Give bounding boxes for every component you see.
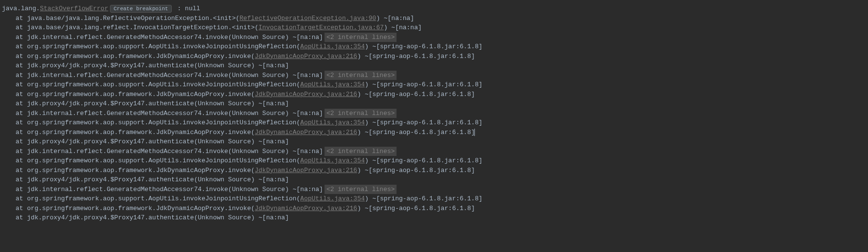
source-link[interactable]: JdkDynamicAopProxy.java:216: [254, 53, 357, 60]
stack-frame-line: at org.springframework.aop.support.AopUt…: [2, 80, 866, 90]
at-keyword: at: [16, 62, 27, 69]
exception-package-prefix: java.lang.: [2, 5, 40, 12]
stack-frame-line: at jdk.proxy4/jdk.proxy4.$Proxy147.authe…: [2, 175, 866, 185]
source-link[interactable]: InvocationTargetException.java:67: [258, 24, 383, 31]
frame-prefix: org.springframework.aop.framework.JdkDyn…: [27, 205, 254, 212]
frame-suffix: ) ~[spring-aop-6.1.8.jar:6.1.8]: [365, 157, 483, 164]
at-keyword: at: [16, 15, 27, 22]
internal-lines-badge[interactable]: <2 internal lines>: [325, 109, 397, 118]
stack-frame-line: at jdk.proxy4/jdk.proxy4.$Proxy147.authe…: [2, 99, 866, 109]
stack-frame-line: at jdk.proxy4/jdk.proxy4.$Proxy147.authe…: [2, 137, 866, 147]
at-keyword: at: [16, 129, 27, 136]
source-link[interactable]: AopUtils.java:354: [300, 195, 365, 202]
frame-suffix: ) ~[spring-aop-6.1.8.jar:6.1.8]: [365, 195, 483, 202]
at-keyword: at: [16, 53, 27, 60]
frame-prefix: org.springframework.aop.framework.JdkDyn…: [27, 53, 254, 60]
stack-frame-line: at org.springframework.aop.framework.Jdk…: [2, 204, 866, 213]
at-keyword: at: [16, 157, 27, 164]
at-keyword: at: [16, 100, 27, 107]
frame-suffix: ) ~[spring-aop-6.1.8.jar:6.1.8]: [357, 129, 475, 136]
at-keyword: at: [16, 72, 27, 79]
stack-frame-line: at jdk.proxy4/jdk.proxy4.$Proxy147.authe…: [2, 213, 866, 223]
stack-frame-line: at org.springframework.aop.support.AopUt…: [2, 194, 866, 204]
frame-prefix: org.springframework.aop.support.AopUtils…: [27, 81, 300, 88]
frame-prefix: org.springframework.aop.framework.JdkDyn…: [27, 167, 254, 174]
at-keyword: at: [16, 119, 27, 126]
stack-frame-line: at jdk.internal.reflect.GeneratedMethodA…: [2, 147, 866, 156]
frame-prefix: org.springframework.aop.support.AopUtils…: [27, 157, 300, 164]
frame-prefix: jdk.proxy4/jdk.proxy4.$Proxy147.authenti…: [27, 100, 289, 107]
source-link[interactable]: JdkDynamicAopProxy.java:216: [254, 205, 357, 212]
frame-suffix: ) ~[spring-aop-6.1.8.jar:6.1.8]: [357, 167, 475, 174]
at-keyword: at: [16, 91, 27, 98]
at-keyword: at: [16, 167, 27, 174]
stack-frame-line: at org.springframework.aop.framework.Jdk…: [2, 166, 866, 175]
stack-frame-line: at jdk.internal.reflect.GeneratedMethodA…: [2, 33, 866, 42]
frame-prefix: org.springframework.aop.framework.JdkDyn…: [27, 129, 254, 136]
source-link[interactable]: JdkDynamicAopProxy.java:216: [254, 167, 357, 174]
source-link[interactable]: AopUtils.java:354: [300, 157, 365, 164]
at-keyword: at: [16, 24, 27, 31]
stack-frame-line: at jdk.internal.reflect.GeneratedMethodA…: [2, 109, 866, 118]
frame-prefix: java.base/java.lang.ReflectiveOperationE…: [27, 15, 239, 22]
frame-suffix: ) ~[spring-aop-6.1.8.jar:6.1.8]: [365, 43, 483, 50]
frame-prefix: jdk.proxy4/jdk.proxy4.$Proxy147.authenti…: [27, 176, 289, 183]
stack-frame-line: at org.springframework.aop.support.AopUt…: [2, 156, 866, 166]
frame-prefix: jdk.internal.reflect.GeneratedMethodAcce…: [27, 110, 323, 117]
at-keyword: at: [16, 81, 27, 88]
at-keyword: at: [16, 110, 27, 117]
internal-lines-badge[interactable]: <2 internal lines>: [325, 71, 397, 80]
frame-suffix: ) ~[spring-aop-6.1.8.jar:6.1.8]: [365, 81, 483, 88]
frame-prefix: jdk.internal.reflect.GeneratedMethodAcce…: [27, 148, 323, 155]
at-keyword: at: [16, 214, 27, 221]
exception-message-suffix: : null: [174, 5, 200, 12]
stack-frame-line: at org.springframework.aop.support.AopUt…: [2, 42, 866, 52]
internal-lines-badge[interactable]: <2 internal lines>: [325, 33, 397, 42]
at-keyword: at: [16, 43, 27, 50]
frame-suffix: ) ~[spring-aop-6.1.8.jar:6.1.8]: [357, 91, 475, 98]
source-link[interactable]: ReflectiveOperationException.java:90: [239, 15, 376, 22]
frame-suffix: ) ~[spring-aop-6.1.8.jar:6.1.8]: [365, 119, 483, 126]
source-link[interactable]: AopUtils.java:354: [300, 43, 365, 50]
stack-frame-line: at org.springframework.aop.framework.Jdk…: [2, 52, 866, 61]
create-breakpoint-button[interactable]: Create breakpoint: [110, 5, 171, 13]
at-keyword: at: [16, 138, 27, 145]
text-cursor: [474, 129, 475, 136]
stack-frame-line: at java.base/java.lang.reflect.Invocatio…: [2, 23, 866, 33]
frame-prefix: org.springframework.aop.support.AopUtils…: [27, 119, 300, 126]
stack-frame-line: at jdk.internal.reflect.GeneratedMethodA…: [2, 71, 866, 80]
frame-prefix: jdk.proxy4/jdk.proxy4.$Proxy147.authenti…: [27, 138, 289, 145]
stack-frame-line: at jdk.proxy4/jdk.proxy4.$Proxy147.authe…: [2, 61, 866, 71]
source-link[interactable]: AopUtils.java:354: [300, 119, 365, 126]
frame-prefix: java.base/java.lang.reflect.InvocationTa…: [27, 24, 258, 31]
stack-frame-line: at org.springframework.aop.framework.Jdk…: [2, 128, 866, 137]
at-keyword: at: [16, 148, 27, 155]
at-keyword: at: [16, 205, 27, 212]
exception-header-line: java.lang.StackOverflowErrorCreate break…: [2, 4, 866, 14]
stack-frame-line: at org.springframework.aop.framework.Jdk…: [2, 90, 866, 99]
stack-frame-line: at java.base/java.lang.ReflectiveOperati…: [2, 14, 866, 23]
stack-frame-line: at org.springframework.aop.support.AopUt…: [2, 118, 866, 128]
source-link[interactable]: JdkDynamicAopProxy.java:216: [254, 129, 357, 136]
frame-prefix: jdk.internal.reflect.GeneratedMethodAcce…: [27, 72, 323, 79]
internal-lines-badge[interactable]: <2 internal lines>: [325, 147, 397, 156]
at-keyword: at: [16, 34, 27, 41]
frame-suffix: ) ~[spring-aop-6.1.8.jar:6.1.8]: [357, 205, 475, 212]
frame-prefix: jdk.proxy4/jdk.proxy4.$Proxy147.authenti…: [27, 62, 289, 69]
frame-prefix: jdk.proxy4/jdk.proxy4.$Proxy147.authenti…: [27, 214, 289, 221]
at-keyword: at: [16, 195, 27, 202]
frame-suffix: ) ~[na:na]: [384, 24, 422, 31]
at-keyword: at: [16, 186, 27, 193]
source-link[interactable]: JdkDynamicAopProxy.java:216: [254, 91, 357, 98]
frame-prefix: jdk.internal.reflect.GeneratedMethodAcce…: [27, 186, 323, 193]
frame-prefix: org.springframework.aop.framework.JdkDyn…: [27, 91, 254, 98]
at-keyword: at: [16, 176, 27, 183]
internal-lines-badge[interactable]: <2 internal lines>: [325, 185, 397, 194]
frame-suffix: ) ~[spring-aop-6.1.8.jar:6.1.8]: [357, 53, 475, 60]
frame-prefix: org.springframework.aop.support.AopUtils…: [27, 195, 300, 202]
frame-suffix: ) ~[na:na]: [376, 15, 414, 22]
frame-prefix: org.springframework.aop.support.AopUtils…: [27, 43, 300, 50]
exception-class-link[interactable]: StackOverflowError: [40, 5, 108, 12]
source-link[interactable]: AopUtils.java:354: [300, 81, 365, 88]
stack-frame-line: at jdk.internal.reflect.GeneratedMethodA…: [2, 185, 866, 194]
